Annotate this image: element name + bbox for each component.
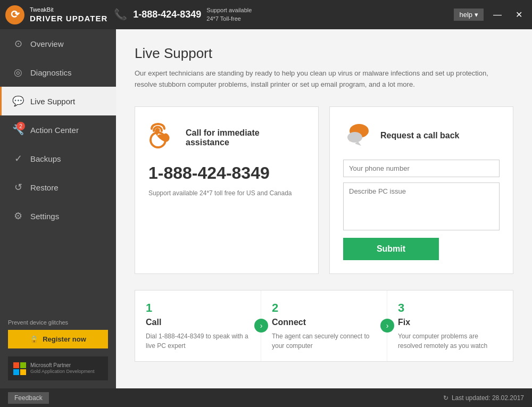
submit-button[interactable]: Submit bbox=[343, 238, 439, 260]
callback-form: Submit bbox=[343, 160, 500, 260]
step-2-number: 2 bbox=[272, 301, 376, 315]
svg-point-7 bbox=[347, 132, 362, 143]
phone-input[interactable] bbox=[343, 160, 500, 177]
logo-icon: ⟳ bbox=[5, 5, 24, 24]
callback-card: Request a call back Submit bbox=[329, 106, 513, 274]
page-description: Our expert technicians are standing by r… bbox=[135, 68, 507, 90]
refresh-icon: ↻ bbox=[443, 394, 448, 402]
sidebar-label-action-center: Action Center bbox=[30, 126, 79, 135]
svg-text:📞: 📞 bbox=[114, 8, 127, 21]
sidebar-item-live-support[interactable]: 💬 Live Support bbox=[0, 87, 116, 115]
call-card-title: Call for immediate assistance bbox=[186, 128, 305, 147]
register-label: Register now bbox=[43, 335, 86, 343]
ms-logo bbox=[13, 362, 26, 375]
titlebar-left: ⟳ TweakBit DRIVER UPDATER 📞 1-888-424-83… bbox=[5, 5, 252, 24]
titlebar-controls: help ▾ — ✕ bbox=[454, 9, 527, 21]
backups-icon: ✓ bbox=[12, 153, 24, 164]
sidebar-bottom: Prevent device glitches 🔒 Register now M… bbox=[0, 311, 116, 388]
phone-icon: 📞 bbox=[113, 7, 128, 22]
callback-card-header: Request a call back bbox=[343, 120, 500, 152]
ms-partner: Microsoft Partner Gold Application Devel… bbox=[8, 356, 108, 380]
action-center-badge: 2 bbox=[16, 122, 25, 130]
step-2: 2 Connect The agent can securely connect… bbox=[261, 290, 387, 361]
call-card: Call for immediate assistance 1-888-424-… bbox=[135, 106, 319, 274]
callback-chat-icon bbox=[343, 120, 372, 152]
lock-icon: 🔒 bbox=[30, 335, 38, 343]
step-3-desc: Your computer problems are resolved remo… bbox=[398, 331, 502, 351]
step-2-arrow: › bbox=[380, 319, 394, 333]
step-1-arrow: › bbox=[254, 319, 268, 333]
step-2-title: Connect bbox=[272, 318, 376, 327]
support-text: Support available 24*7 Toll-free bbox=[206, 6, 252, 23]
sidebar-item-backups[interactable]: ✓ Backups bbox=[0, 144, 116, 173]
support-cards: Call for immediate assistance 1-888-424-… bbox=[135, 106, 513, 274]
callback-card-title: Request a call back bbox=[380, 131, 460, 140]
sidebar-label-overview: Overview bbox=[30, 39, 64, 48]
sidebar-label-settings: Settings bbox=[30, 212, 59, 221]
step-1-title: Call bbox=[146, 318, 250, 327]
step-1-number: 1 bbox=[146, 301, 250, 315]
sidebar-label-live-support: Live Support bbox=[30, 97, 75, 106]
steps-section: 1 Call Dial 1-888-424-8349 to speak with… bbox=[135, 290, 513, 362]
call-phone-icon bbox=[148, 120, 178, 155]
sidebar-item-overview[interactable]: ⊙ Overview bbox=[0, 29, 116, 58]
sidebar-item-diagnostics[interactable]: ◎ Diagnostics bbox=[0, 58, 116, 87]
call-phone-number: 1-888-424-8349 bbox=[148, 163, 305, 183]
last-updated: ↻ Last updated: 28.02.2017 bbox=[443, 394, 524, 402]
restore-icon: ↺ bbox=[12, 181, 24, 193]
ms-partner-text: Microsoft Partner Gold Application Devel… bbox=[30, 362, 95, 375]
feedback-button[interactable]: Feedback bbox=[8, 392, 49, 404]
sidebar: ⊙ Overview ◎ Diagnostics 💬 Live Support … bbox=[0, 29, 116, 388]
prevent-text: Prevent device glitches bbox=[8, 319, 108, 326]
step-3: 3 Fix Your computer problems are resolve… bbox=[387, 290, 513, 361]
app-title: TweakBit DRIVER UPDATER bbox=[30, 6, 107, 24]
statusbar: Feedback ↻ Last updated: 28.02.2017 bbox=[0, 388, 532, 407]
page-title: Live Support bbox=[135, 45, 513, 62]
close-button[interactable]: ✕ bbox=[511, 9, 527, 21]
step-1: 1 Call Dial 1-888-424-8349 to speak with… bbox=[135, 290, 261, 361]
step-2-desc: The agent can securely connect to your c… bbox=[272, 331, 376, 351]
sidebar-label-backups: Backups bbox=[30, 154, 61, 163]
titlebar-phone: 📞 1-888-424-8349 Support available 24*7 … bbox=[113, 6, 252, 23]
step-3-title: Fix bbox=[398, 318, 502, 327]
content-area: Live Support Our expert technicians are … bbox=[116, 29, 532, 388]
titlebar-phone-number: 1-888-424-8349 bbox=[133, 9, 201, 20]
step-3-number: 3 bbox=[398, 301, 502, 315]
sidebar-item-settings[interactable]: ⚙ Settings bbox=[0, 202, 116, 230]
sidebar-item-action-center[interactable]: 2 🔧 Action Center bbox=[0, 115, 116, 144]
call-card-header: Call for immediate assistance bbox=[148, 120, 305, 155]
issue-textarea[interactable] bbox=[343, 182, 500, 230]
minimize-button[interactable]: — bbox=[489, 9, 506, 21]
titlebar: ⟳ TweakBit DRIVER UPDATER 📞 1-888-424-83… bbox=[0, 0, 532, 29]
register-button[interactable]: 🔒 Register now bbox=[8, 330, 108, 348]
sidebar-item-restore[interactable]: ↺ Restore bbox=[0, 173, 116, 202]
step-1-desc: Dial 1-888-424-8349 to speak with a live… bbox=[146, 331, 250, 351]
help-button[interactable]: help ▾ bbox=[454, 9, 484, 21]
sidebar-label-restore: Restore bbox=[30, 183, 59, 192]
svg-text:⟳: ⟳ bbox=[11, 9, 20, 20]
settings-icon: ⚙ bbox=[12, 210, 24, 222]
overview-icon: ⊙ bbox=[12, 38, 24, 49]
call-card-subtitle: Support available 24*7 toll free for US … bbox=[148, 188, 305, 198]
main-layout: ⊙ Overview ◎ Diagnostics 💬 Live Support … bbox=[0, 29, 532, 388]
live-support-icon: 💬 bbox=[12, 95, 24, 107]
sidebar-label-diagnostics: Diagnostics bbox=[30, 68, 72, 77]
diagnostics-icon: ◎ bbox=[12, 67, 24, 78]
